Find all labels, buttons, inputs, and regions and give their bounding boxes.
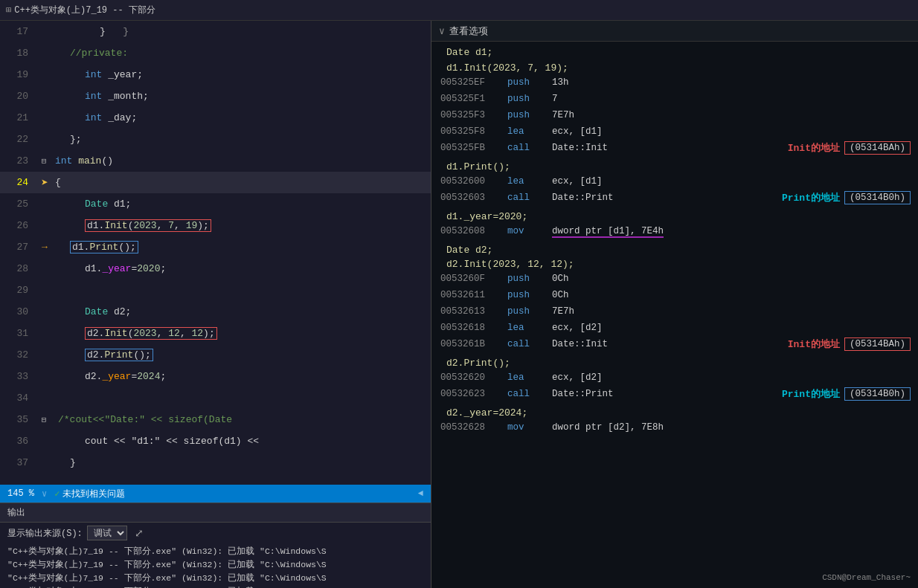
- asm-instr: mov: [507, 226, 552, 236]
- asm-instr-5325f1: 005325F1 push 7: [431, 91, 918, 107]
- code-panel: 17 } } 18 //private: 19 int _year;: [0, 21, 431, 588]
- print-addr-label: Print的地址: [782, 191, 840, 204]
- print-addr-label2: Print的地址: [782, 387, 840, 401]
- asm-annotation-init2: Init的地址 (05314BAh): [788, 337, 911, 351]
- code-line-34: 34: [0, 387, 431, 409]
- tab-icon: ⊞: [6, 4, 11, 16]
- code-content: d2._year=2024;: [52, 371, 431, 382]
- asm-instr-532603: 00532603 call Date::Print Print的地址 (0531…: [431, 190, 918, 206]
- asm-instr: lea: [507, 372, 552, 383]
- asm-addr: 00532618: [440, 323, 507, 333]
- asm-operand: dword ptr [d2], 7E8h: [552, 422, 909, 433]
- line-num: 27: [0, 242, 37, 253]
- asm-header-title: 查看选项: [449, 25, 488, 38]
- asm-instr: push: [507, 94, 552, 104]
- code-line-26: 26 d1.Init(2023, 7, 19);: [0, 215, 431, 236]
- line-num: 36: [0, 436, 37, 447]
- asm-source-d1-print: d1.Print();: [431, 159, 918, 173]
- asm-annotation-print2: Print的地址 (05314B0h): [782, 387, 911, 401]
- line-num: 22: [0, 134, 37, 145]
- asm-header-icon: ∨: [439, 25, 445, 37]
- asm-src-text: d1.Init(2023, 7, 19);: [446, 60, 568, 74]
- asm-addr: 00532628: [440, 422, 507, 433]
- fold-icon: ⊟: [42, 156, 47, 166]
- print-addr-value: (05314B0h): [844, 191, 911, 204]
- code-content: {: [52, 177, 431, 188]
- top-bar: ⊞ C++类与对象(上)7_19 -- 下部分: [0, 0, 918, 21]
- asm-addr: 0053261B: [440, 339, 507, 349]
- code-content: d1.Print();: [52, 241, 431, 253]
- code-line-24: 24 ➤ {: [0, 172, 431, 193]
- step-arrow-icon: →: [42, 242, 48, 253]
- code-line-31: 31 d2.Init(2023, 12, 12);: [0, 323, 431, 344]
- line-num: 35: [0, 414, 37, 425]
- code-line-18: 18 //private:: [0, 42, 431, 64]
- code-line-19: 19 int _year;: [0, 64, 431, 85]
- asm-addr: 00532623: [440, 389, 507, 399]
- code-content: /*cout<<"Date:" << sizeof(Date: [52, 414, 431, 425]
- asm-instr: push: [507, 110, 552, 120]
- asm-instr-532608: 00532608 mov dword ptr [d1], 7E4h: [431, 223, 918, 239]
- asm-instr: call: [507, 339, 552, 349]
- output-panel: 输出 显示输出来源(S): 调试 ⤢ "C++类与对象(上)7_19 -- 下部…: [0, 503, 431, 588]
- asm-addr: 005325FB: [440, 143, 507, 153]
- code-content: d2.Print();: [52, 349, 431, 361]
- output-line-4: "C++类与对象(上)7_19 -- 下部分.exe" (Win32): 已加载…: [7, 585, 423, 588]
- no-issues-indicator: ✓ 未找到相关问题: [54, 488, 125, 500]
- asm-operand: ecx, [d2]: [552, 323, 909, 333]
- arrow-icon: ➤: [41, 175, 48, 190]
- code-content: int main(): [52, 155, 431, 167]
- code-content: Date d1;: [52, 198, 431, 210]
- output-source-select[interactable]: 调试: [87, 526, 127, 540]
- init-addr-label: Init的地址: [788, 141, 840, 155]
- code-content: } }: [52, 26, 431, 37]
- asm-instr: lea: [507, 126, 552, 137]
- scrollbar-indicator: ◄: [418, 488, 423, 499]
- line-num: 32: [0, 349, 37, 361]
- asm-instr-5325f3: 005325F3 push 7E7h: [431, 107, 918, 123]
- line-arrow: →: [37, 242, 52, 253]
- code-line-22: 22 };: [0, 129, 431, 150]
- code-line-21: 21 int _day;: [0, 107, 431, 129]
- line-num: 17: [0, 26, 37, 37]
- asm-source-d2-init: d2.Init(2023, 12, 12);: [431, 256, 918, 271]
- line-num: 37: [0, 457, 37, 468]
- asm-instr-53260f: 0053260F push 0Ch: [431, 271, 918, 287]
- asm-addr: 005325EF: [440, 77, 507, 88]
- asm-instr-532628: 00532628 mov dword ptr [d2], 7E8h: [431, 419, 918, 436]
- line-num: 19: [0, 69, 37, 80]
- output-title: 输出: [7, 506, 25, 519]
- output-expand-icon[interactable]: ⤢: [135, 527, 144, 540]
- line-num: 20: [0, 91, 37, 102]
- current-line-arrow: ➤: [37, 175, 52, 190]
- code-line-29: 29: [0, 280, 431, 301]
- asm-source-d1-year: d1._year=2020;: [431, 209, 918, 223]
- line-num: 29: [0, 285, 37, 296]
- code-content: int _day;: [52, 112, 431, 123]
- asm-source-d2: Date d2;: [431, 242, 918, 256]
- zoom-level: 145 %: [7, 488, 34, 499]
- asm-annotation-print1: Print的地址 (05314B0h): [782, 191, 911, 204]
- asm-addr: 005325F3: [440, 110, 507, 120]
- asm-instr: lea: [507, 176, 552, 187]
- asm-addr: 00532611: [440, 290, 507, 300]
- asm-operand: 0Ch: [552, 274, 909, 284]
- code-content: int _month;: [52, 91, 431, 102]
- print-addr-value2: (05314B0h): [844, 387, 911, 401]
- asm-operand: 7: [552, 94, 909, 104]
- asm-header: ∨ 查看选项: [431, 21, 918, 42]
- asm-addr: 0053260F: [440, 274, 507, 284]
- output-line-2: "C++类与对象(上)7_19 -- 下部分.exe" (Win32): 已加载…: [7, 558, 423, 572]
- init-addr-value2: (05314BAh): [844, 337, 911, 351]
- line-num: 31: [0, 328, 37, 339]
- asm-addr: 005325F8: [440, 126, 507, 137]
- asm-operand: 7E7h: [552, 110, 909, 120]
- line-num: 21: [0, 112, 37, 123]
- asm-panel: ∨ 查看选项 Date d1; d1.Init(2023, 7, 19); 00…: [431, 21, 918, 588]
- asm-instr: lea: [507, 323, 552, 333]
- code-line-33: 33 d2._year=2024;: [0, 366, 431, 387]
- asm-content: Date d1; d1.Init(2023, 7, 19); 005325EF …: [431, 42, 918, 588]
- code-content: }: [52, 457, 431, 468]
- asm-annotation-init1: Init的地址 (05314BAh): [788, 141, 911, 155]
- output-header: 输出: [0, 503, 431, 523]
